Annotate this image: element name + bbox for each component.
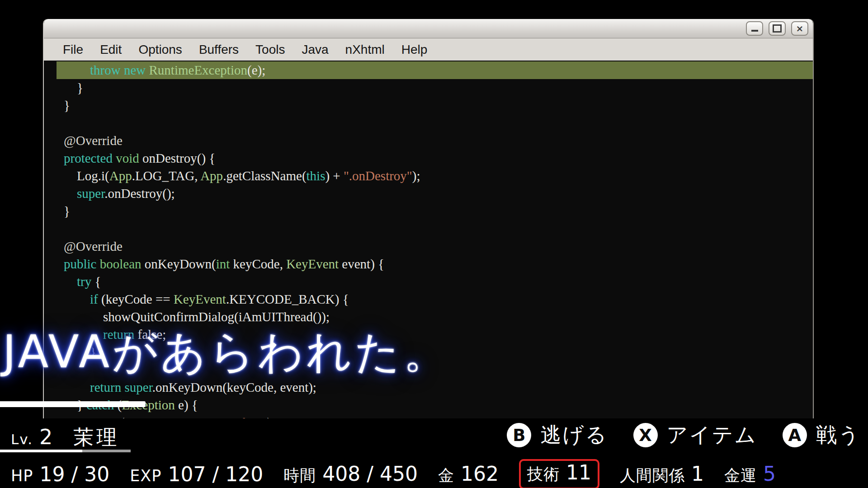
stat-time: 時間408 / 450 bbox=[283, 462, 418, 486]
code-line: try { bbox=[64, 273, 813, 291]
action-label-item: アイテム bbox=[667, 421, 757, 449]
code-line: } bbox=[64, 79, 813, 97]
maximize-button[interactable] bbox=[769, 21, 786, 36]
menu-java[interactable]: Java bbox=[302, 42, 328, 57]
action-item[interactable]: Xアイテム bbox=[633, 421, 757, 449]
minimize-button[interactable] bbox=[746, 21, 763, 36]
stat-label-skill: 技術 bbox=[527, 464, 560, 485]
game-screen: × FileEditOptionsBuffersToolsJavanXhtmlH… bbox=[0, 0, 868, 488]
x-button-icon: X bbox=[633, 423, 658, 447]
level-value: 2 bbox=[39, 425, 52, 449]
code-line: @Override bbox=[64, 132, 813, 150]
menu-buffers[interactable]: Buffers bbox=[199, 42, 239, 57]
stat-label-money: 金 bbox=[438, 465, 454, 486]
stat-value-money: 162 bbox=[461, 462, 499, 485]
stat-value-exp: 107 / 120 bbox=[168, 463, 263, 486]
close-button[interactable]: × bbox=[791, 21, 808, 36]
stat-exp: EXP107 / 120 bbox=[130, 463, 263, 486]
code-line: } catch (Exception e) { bbox=[64, 396, 813, 414]
code-line: throw new RuntimeException(e); bbox=[64, 61, 813, 79]
stat-value-relationships: 1 bbox=[691, 462, 704, 485]
stat-relationships: 人間関係1 bbox=[620, 462, 704, 486]
stat-label-luck: 金運 bbox=[724, 465, 757, 486]
menu-file[interactable]: File bbox=[63, 42, 83, 57]
player-name: 茉理 bbox=[73, 424, 119, 451]
menu-options[interactable]: Options bbox=[138, 42, 182, 57]
player-hp-bar bbox=[0, 450, 131, 452]
stat-value-skill: 11 bbox=[566, 461, 591, 484]
action-label-fight: 戦う bbox=[816, 421, 861, 449]
stat-value-luck: 5 bbox=[763, 462, 776, 485]
battle-message: JAVAがあらわれた。 bbox=[3, 323, 451, 383]
player-status: Lv. 2 茉理 bbox=[11, 424, 119, 451]
maximize-icon bbox=[773, 24, 782, 33]
code-line bbox=[64, 114, 813, 132]
stat-label-relationships: 人間関係 bbox=[620, 465, 685, 486]
stat-label-exp: EXP bbox=[130, 467, 161, 485]
code-line: if (keyCode == KeyEvent.KEYCODE_BACK) { bbox=[64, 291, 813, 308]
b-button-icon: B bbox=[507, 423, 531, 447]
stat-money: 金162 bbox=[438, 462, 499, 486]
code-line: @Override bbox=[64, 238, 813, 255]
stat-luck: 金運5 bbox=[724, 462, 776, 486]
slash-effect-bar bbox=[0, 401, 146, 407]
menu-edit[interactable]: Edit bbox=[100, 42, 122, 57]
stat-value-time: 408 / 450 bbox=[322, 462, 418, 485]
action-flee[interactable]: B逃げる bbox=[507, 421, 608, 449]
battle-actions: B逃げるXアイテムA戦う bbox=[507, 421, 861, 449]
window-titlebar[interactable]: × bbox=[44, 19, 813, 38]
action-fight[interactable]: A戦う bbox=[783, 421, 861, 449]
code-line: protected void onDestroy() { bbox=[64, 150, 813, 167]
menu-help[interactable]: Help bbox=[401, 42, 428, 57]
code-line bbox=[64, 220, 813, 238]
stat-value-hp: 19 / 30 bbox=[39, 463, 109, 486]
menu-tools[interactable]: Tools bbox=[255, 42, 285, 57]
menu-nxhtml[interactable]: nXhtml bbox=[345, 42, 385, 57]
action-label-flee: 逃げる bbox=[540, 421, 608, 449]
a-button-icon: A bbox=[783, 423, 807, 447]
code-line: } bbox=[64, 97, 813, 114]
window-controls: × bbox=[746, 21, 808, 36]
stat-hp: HP19 / 30 bbox=[11, 463, 109, 486]
code-line: public boolean onKeyDown(int keyCode, Ke… bbox=[64, 255, 813, 273]
close-icon: × bbox=[796, 23, 804, 34]
code-line: Log.e(App.LOG_TAG, "catch", e); bbox=[64, 414, 813, 418]
code-line: } bbox=[64, 202, 813, 220]
menu-bar: FileEditOptionsBuffersToolsJavanXhtmlHel… bbox=[44, 38, 813, 61]
stats-bar: HP19 / 30EXP107 / 120時間408 / 450金162技術11… bbox=[11, 459, 776, 488]
stat-label-hp: HP bbox=[11, 467, 33, 485]
player-hp-fill bbox=[0, 450, 82, 452]
stat-skill: 技術11 bbox=[519, 459, 599, 488]
minimize-icon bbox=[751, 30, 758, 32]
level-label: Lv. bbox=[11, 431, 33, 447]
stat-label-time: 時間 bbox=[283, 465, 316, 486]
code-line: super.onDestroy(); bbox=[64, 185, 813, 202]
code-line: Log.i(App.LOG_TAG, App.getClassName(this… bbox=[64, 167, 813, 185]
